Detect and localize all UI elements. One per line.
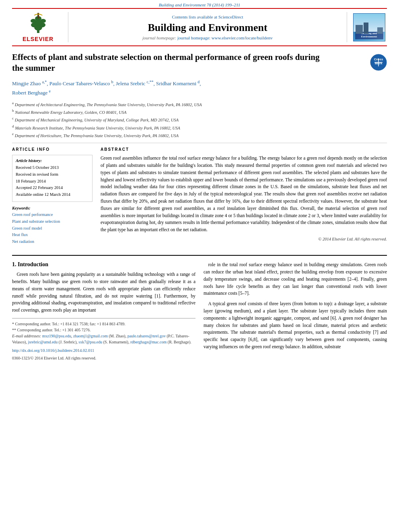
footnote-1: * Corresponding author. Tel.: +1 814 321… xyxy=(12,321,195,327)
body-left-column: 1. Introduction Green roofs have been ga… xyxy=(12,261,195,361)
issn-line: 0360-1323/© 2014 Elsevier Ltd. All right… xyxy=(12,355,195,361)
keyword-5: Net radiation xyxy=(12,238,93,245)
abstract-column: ABSTRACT Green roof assemblies influence… xyxy=(101,147,387,245)
body-right-text: role in the total roof surface energy ba… xyxy=(204,261,387,351)
footnote-emails: E-mail addresses: mxz190@psu.edu, zhaomj… xyxy=(12,333,195,345)
received-date: Received 5 October 2013 xyxy=(16,164,89,171)
article-history-label: Article history: xyxy=(16,158,89,163)
article-title: Effects of plant and substrate selection… xyxy=(12,52,326,74)
elsevier-logo-area: ELSEVIER xyxy=(12,12,68,42)
article-body: 1. Introduction Green roofs have been ga… xyxy=(12,255,387,361)
keyword-1: Green roof performance xyxy=(12,212,93,218)
footnote-2: ** Corresponding author. Tel.: +1 301 40… xyxy=(12,327,195,333)
authors-list: Mingjie Zhao a,*, Paulo Cesar Tabares-Ve… xyxy=(12,79,387,97)
copyright-notice: © 2014 Elsevier Ltd. All rights reserved… xyxy=(101,237,387,241)
revised-date: 18 February 2014 xyxy=(16,178,89,185)
article-meta-section: ARTICLE INFO Article history: Received 5… xyxy=(12,147,387,245)
affiliations-list: a Department of Architectural Engineerin… xyxy=(12,101,387,139)
online-date: Available online 12 March 2014 xyxy=(16,191,89,198)
journal-header: ELSEVIER Contents lists available at Sci… xyxy=(12,8,387,46)
accepted-date: Accepted 22 February 2014 xyxy=(16,185,89,191)
doi-link[interactable]: http://dx.doi.org/10.1016/j.buildenv.201… xyxy=(12,347,195,354)
body-columns: 1. Introduction Green roofs have been ga… xyxy=(12,261,387,361)
article-header: Cross Mark Effects of plant and substrat… xyxy=(12,46,387,251)
journal-title-area: Contents lists available at ScienceDirec… xyxy=(68,12,347,42)
journal-reference: Building and Environment 78 (2014) 199–2… xyxy=(0,0,399,8)
sciencedirect-link-text[interactable]: ScienceDirect xyxy=(218,14,243,19)
journal-logo-box: Building andEnvironment xyxy=(353,13,385,41)
journal-homepage: journal homepage: journal homepage: www.… xyxy=(142,35,273,40)
abstract-text: Green roof assemblies influence the tota… xyxy=(101,155,387,234)
keyword-3: Green roof model xyxy=(12,225,93,232)
body-left-text: Green roofs have been gaining popularity… xyxy=(12,271,195,314)
body-right-column: role in the total roof surface energy ba… xyxy=(204,261,387,361)
footnotes-section: * Corresponding author. Tel.: +1 814 321… xyxy=(12,318,195,361)
journal-title: Building and Environment xyxy=(148,22,267,34)
elsevier-wordmark: ELSEVIER xyxy=(23,36,53,42)
crossmark-logo: Cross Mark xyxy=(370,54,387,72)
article-info-column: ARTICLE INFO Article history: Received 5… xyxy=(12,147,93,245)
section-1-heading: 1. Introduction xyxy=(12,261,195,268)
article-info-box: Article history: Received 5 October 2013… xyxy=(12,155,93,202)
journal-url[interactable]: journal homepage: www.elsevier.com/locat… xyxy=(177,35,273,40)
divider-line xyxy=(12,143,387,143)
keyword-4: Heat flux xyxy=(12,232,93,238)
revised-label: Received in revised form xyxy=(16,171,89,178)
journal-logo-area: Building andEnvironment xyxy=(347,12,387,42)
article-info-heading: ARTICLE INFO xyxy=(12,147,93,152)
abstract-heading: ABSTRACT xyxy=(101,147,387,152)
keywords-label: Keywords: xyxy=(12,206,93,210)
keyword-2: Plant and substrate selection xyxy=(12,218,93,225)
elsevier-tree-icon xyxy=(26,12,50,34)
elsevier-logo: ELSEVIER xyxy=(23,12,53,42)
keywords-section: Keywords: Green roof performance Plant a… xyxy=(12,206,93,245)
sciencedirect-label: Contents lists available at ScienceDirec… xyxy=(172,14,243,19)
